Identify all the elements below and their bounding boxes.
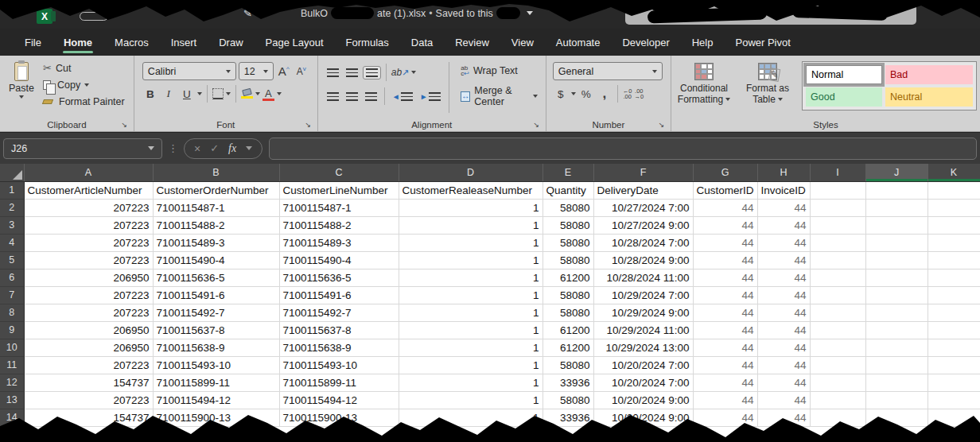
tab-home[interactable]: Home bbox=[53, 29, 103, 56]
cell[interactable]: 206950 bbox=[24, 269, 153, 286]
column-header-K[interactable]: K bbox=[928, 164, 980, 181]
tab-power-pivot[interactable]: Power Pivot bbox=[725, 29, 800, 56]
cell[interactable]: 44 bbox=[757, 269, 810, 286]
cell[interactable]: 1 bbox=[399, 321, 542, 339]
row-number-10[interactable]: 10 bbox=[0, 339, 24, 356]
cell[interactable] bbox=[810, 216, 865, 234]
cell[interactable]: 7100115900-13 bbox=[279, 409, 399, 426]
cell[interactable]: 44 bbox=[757, 234, 810, 251]
cell[interactable] bbox=[865, 251, 928, 269]
cell[interactable]: 61200 bbox=[542, 321, 593, 339]
align-middle-button[interactable] bbox=[344, 67, 360, 79]
fill-color-button[interactable] bbox=[241, 89, 253, 99]
cell[interactable] bbox=[810, 374, 865, 391]
cell[interactable] bbox=[865, 391, 928, 409]
cell[interactable] bbox=[865, 321, 928, 339]
cell[interactable] bbox=[928, 391, 980, 409]
cell[interactable] bbox=[865, 339, 928, 356]
cell[interactable]: 44 bbox=[757, 339, 810, 356]
cell[interactable]: 1 bbox=[399, 234, 542, 251]
cell[interactable]: 58080 bbox=[542, 216, 593, 234]
cell-style-normal[interactable]: Normal bbox=[806, 65, 882, 84]
cell[interactable] bbox=[865, 304, 928, 321]
tab-insert[interactable]: Insert bbox=[161, 29, 208, 56]
column-header-I[interactable]: I bbox=[810, 164, 865, 181]
align-left-button[interactable] bbox=[325, 91, 341, 103]
cell[interactable]: 1 bbox=[399, 391, 542, 409]
paste-button[interactable]: Paste bbox=[3, 59, 40, 100]
cut-button[interactable]: ✂ Cut bbox=[40, 60, 128, 76]
cell[interactable]: 44 bbox=[757, 286, 810, 304]
cell[interactable] bbox=[810, 251, 865, 269]
cell[interactable]: 207223 bbox=[24, 356, 153, 374]
row-number-8[interactable]: 8 bbox=[0, 304, 24, 321]
percent-button[interactable]: % bbox=[578, 86, 594, 102]
cell[interactable]: 206950 bbox=[24, 321, 153, 339]
cell[interactable]: 206950 bbox=[24, 339, 153, 356]
cell[interactable]: 44 bbox=[693, 199, 757, 216]
cell[interactable]: 207223 bbox=[24, 234, 153, 251]
cell[interactable]: 58080 bbox=[542, 251, 593, 269]
cell[interactable]: 44 bbox=[757, 251, 810, 269]
cell[interactable] bbox=[928, 181, 980, 199]
align-top-button[interactable] bbox=[325, 67, 341, 79]
column-header-G[interactable]: G bbox=[693, 164, 757, 181]
chevron-down-icon[interactable] bbox=[255, 92, 260, 95]
shrink-font-button[interactable]: Av bbox=[294, 65, 309, 77]
row-number-9[interactable]: 9 bbox=[0, 321, 24, 339]
cell[interactable] bbox=[865, 199, 928, 216]
cell[interactable]: 10/20/2024 7:00 bbox=[593, 356, 693, 374]
cell[interactable] bbox=[928, 269, 980, 286]
cell[interactable]: 44 bbox=[693, 216, 757, 234]
cell[interactable]: 1 bbox=[399, 304, 542, 321]
cell[interactable]: CustomerRealeaseNumber bbox=[399, 181, 542, 199]
cell[interactable] bbox=[865, 216, 928, 234]
cell[interactable]: 44 bbox=[693, 251, 757, 269]
cell[interactable] bbox=[865, 356, 928, 374]
chevron-down-icon[interactable] bbox=[246, 146, 252, 150]
cell[interactable]: 7100115489-3 bbox=[279, 234, 399, 251]
column-header-D[interactable]: D bbox=[399, 164, 542, 181]
cell[interactable] bbox=[865, 181, 928, 199]
cell[interactable]: 44 bbox=[693, 374, 757, 391]
cell[interactable] bbox=[810, 321, 865, 339]
cell[interactable]: 154737 bbox=[24, 374, 153, 391]
cell[interactable]: CustomerOrderNumber bbox=[153, 181, 279, 199]
cell[interactable]: 44 bbox=[757, 391, 810, 409]
cell[interactable]: 58080 bbox=[542, 234, 593, 251]
cell[interactable] bbox=[810, 409, 865, 426]
orientation-button[interactable]: ab↗ bbox=[391, 67, 410, 78]
conditional-formatting-button[interactable]: Conditional Formatting bbox=[675, 61, 733, 105]
cell[interactable]: 7100115494-12 bbox=[153, 391, 279, 409]
borders-icon[interactable] bbox=[212, 88, 224, 99]
increase-decimal-button[interactable]: ←0.00 bbox=[623, 88, 632, 99]
italic-button[interactable]: I bbox=[161, 86, 177, 102]
cell[interactable]: 7100115491-6 bbox=[153, 286, 279, 304]
cell-style-neutral[interactable]: Neutral bbox=[885, 87, 973, 107]
cell[interactable]: 7100115487-1 bbox=[279, 199, 399, 216]
column-header-J[interactable]: J bbox=[865, 164, 928, 181]
cell[interactable]: 44 bbox=[693, 339, 757, 356]
cell[interactable]: 44 bbox=[757, 216, 810, 234]
chevron-down-icon[interactable] bbox=[226, 92, 231, 95]
cell[interactable]: 58080 bbox=[542, 356, 593, 374]
wrap-text-button[interactable]: abc↩ Wrap Text bbox=[457, 64, 540, 78]
cell[interactable]: 1 bbox=[399, 356, 542, 374]
cell[interactable] bbox=[928, 321, 980, 339]
cell[interactable] bbox=[928, 234, 980, 251]
cell[interactable]: 7100115899-11 bbox=[153, 374, 279, 391]
cell[interactable]: 44 bbox=[693, 234, 757, 251]
cell[interactable]: 7100115492-7 bbox=[279, 304, 399, 321]
cell[interactable]: 10/20/2024 9:00 bbox=[593, 391, 693, 409]
decrease-indent-button[interactable]: ◄ bbox=[390, 91, 415, 103]
cell[interactable]: 58080 bbox=[542, 286, 593, 304]
cell[interactable]: 44 bbox=[693, 269, 757, 286]
cell[interactable]: 44 bbox=[693, 304, 757, 321]
cell[interactable]: 7100115900-13 bbox=[153, 409, 279, 426]
tab-data[interactable]: Data bbox=[401, 29, 443, 56]
cell[interactable]: 44 bbox=[693, 391, 757, 409]
cell[interactable]: 10/27/2024 9:00 bbox=[593, 216, 693, 234]
cell[interactable]: 58080 bbox=[542, 391, 593, 409]
cell[interactable] bbox=[928, 374, 980, 391]
align-center-button[interactable] bbox=[344, 91, 360, 103]
